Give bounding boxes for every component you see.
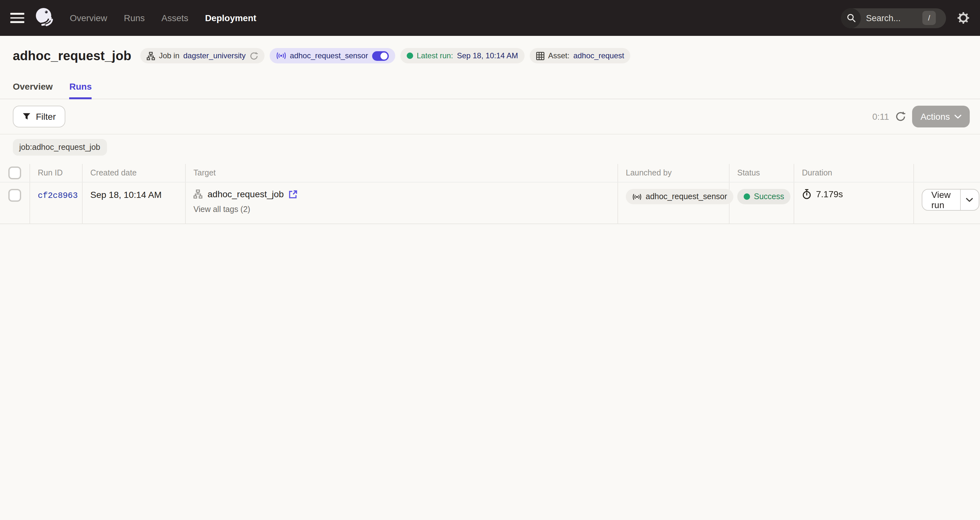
job-graph-icon bbox=[193, 189, 202, 199]
filter-button[interactable]: Filter bbox=[13, 106, 65, 127]
nav-item-deployment[interactable]: Deployment bbox=[205, 13, 256, 23]
job-location-badge: Job in dagster_university bbox=[140, 48, 264, 64]
sensor-toggle[interactable] bbox=[372, 51, 388, 60]
column-header-actions bbox=[914, 164, 980, 182]
latest-run-badge: Latest run: Sep 18, 10:14 AM bbox=[400, 48, 524, 64]
nav-item-overview[interactable]: Overview bbox=[70, 13, 107, 23]
nav-item-runs[interactable]: Runs bbox=[124, 13, 145, 23]
page-tabs: Overview Runs bbox=[0, 76, 980, 99]
filter-funnel-icon bbox=[22, 113, 31, 120]
column-header-target: Target bbox=[186, 164, 618, 182]
table-row: cf2c8963 Sep 18, 10:14 AM adhoc_reque bbox=[0, 183, 980, 224]
table-header-row: Run ID Created date Target Launched by S… bbox=[0, 164, 980, 183]
page-title: adhoc_request_job bbox=[13, 48, 131, 63]
success-dot-icon bbox=[744, 193, 750, 200]
view-run-split-button: View run bbox=[922, 189, 979, 211]
asset-badge-prefix: Asset: bbox=[548, 51, 570, 60]
asset-link[interactable]: adhoc_request bbox=[573, 51, 624, 60]
tab-overview[interactable]: Overview bbox=[13, 76, 53, 99]
sensor-badge: adhoc_request_sensor bbox=[269, 48, 395, 64]
stopwatch-icon bbox=[802, 189, 811, 199]
row-checkbox[interactable] bbox=[8, 189, 21, 202]
column-header-run-id: Run ID bbox=[30, 164, 83, 182]
toolbar-right: 0:11 Actions bbox=[872, 106, 970, 127]
success-dot-icon bbox=[406, 52, 413, 59]
sensor-link[interactable]: adhoc_request_sensor bbox=[290, 51, 368, 60]
runs-toolbar: Filter 0:11 Actions bbox=[0, 99, 980, 135]
code-location-link[interactable]: dagster_university bbox=[183, 51, 246, 60]
tab-runs[interactable]: Runs bbox=[70, 76, 92, 99]
refresh-icon[interactable] bbox=[896, 111, 906, 122]
open-job-external-icon[interactable] bbox=[289, 190, 297, 198]
column-header-status: Status bbox=[730, 164, 794, 182]
settings-gear-icon[interactable] bbox=[957, 11, 970, 24]
created-date-value: Sep 18, 10:14 AM bbox=[90, 189, 162, 200]
reload-location-icon[interactable] bbox=[250, 52, 258, 60]
status-value: Success bbox=[754, 192, 784, 201]
asset-grid-icon bbox=[536, 52, 544, 60]
dagster-logo-icon[interactable] bbox=[33, 6, 56, 29]
nav-item-assets[interactable]: Assets bbox=[161, 13, 188, 23]
search-box[interactable]: / bbox=[841, 8, 946, 28]
status-badge: Success bbox=[737, 189, 791, 204]
column-header-duration: Duration bbox=[794, 164, 914, 182]
target-job-name: adhoc_request_job bbox=[208, 189, 284, 199]
menu-icon[interactable] bbox=[10, 10, 24, 25]
latest-run-link[interactable]: Sep 18, 10:14 AM bbox=[457, 51, 518, 60]
job-graph-icon bbox=[147, 52, 155, 60]
select-all-checkbox[interactable] bbox=[8, 167, 21, 179]
launched-by-sensor-pill[interactable]: adhoc_request_sensor bbox=[626, 189, 733, 204]
column-header-created-date: Created date bbox=[83, 164, 186, 182]
view-run-button[interactable]: View run bbox=[922, 189, 960, 210]
launched-by-value: adhoc_request_sensor bbox=[646, 192, 727, 201]
chevron-down-icon bbox=[955, 114, 961, 119]
filter-button-label: Filter bbox=[36, 111, 56, 122]
search-input[interactable] bbox=[866, 13, 921, 23]
duration-value: 7.179s bbox=[816, 189, 843, 199]
latest-run-prefix: Latest run: bbox=[417, 51, 453, 60]
job-badge-prefix: Job in bbox=[159, 51, 179, 60]
view-run-chevron-icon[interactable] bbox=[960, 189, 979, 210]
nav-right: / bbox=[841, 8, 970, 28]
primary-nav: Overview Runs Assets Deployment bbox=[70, 13, 256, 23]
search-shortcut-key: / bbox=[922, 11, 936, 25]
search-icon bbox=[841, 8, 861, 28]
actions-button-label: Actions bbox=[920, 111, 950, 122]
dagster-app: Overview Runs Assets Deployment / bbox=[0, 0, 980, 520]
top-nav: Overview Runs Assets Deployment / bbox=[0, 0, 980, 36]
actions-button[interactable]: Actions bbox=[912, 106, 970, 127]
sensor-icon bbox=[632, 193, 642, 200]
header-badges: Job in dagster_university bbox=[140, 48, 631, 64]
runs-table: Run ID Created date Target Launched by S… bbox=[0, 164, 980, 224]
active-filters-row: job:adhoc_request_job bbox=[0, 135, 980, 164]
sensor-icon bbox=[276, 52, 286, 60]
column-header-launched-by: Launched by bbox=[618, 164, 730, 182]
refresh-countdown: 0:11 bbox=[872, 111, 889, 122]
job-filter-chip[interactable]: job:adhoc_request_job bbox=[13, 139, 107, 156]
run-id-link[interactable]: cf2c8963 bbox=[38, 191, 78, 200]
view-all-tags-link[interactable]: View all tags (2) bbox=[193, 205, 250, 214]
page-header: adhoc_request_job Job in dagster_univers… bbox=[0, 36, 980, 76]
asset-badge: Asset: adhoc_request bbox=[530, 48, 631, 64]
